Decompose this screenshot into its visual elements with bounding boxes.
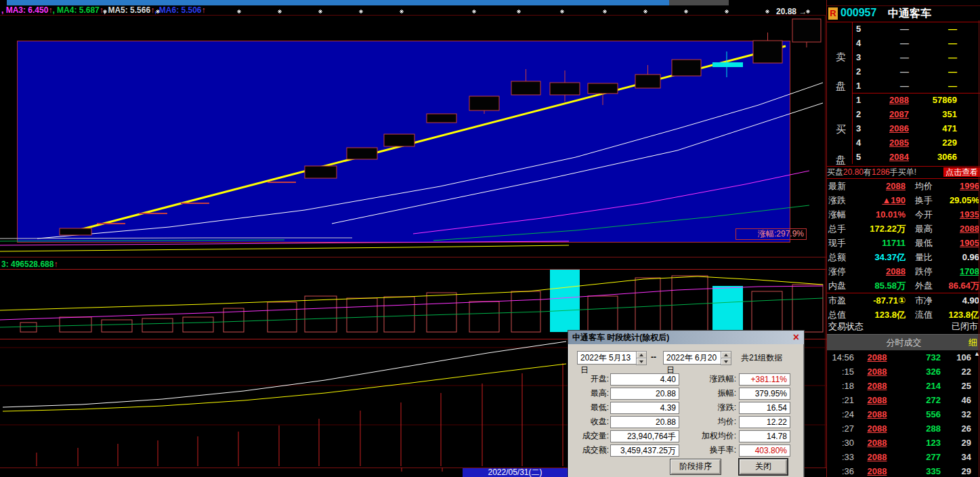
view-orders-button[interactable]: 点击查看	[943, 167, 980, 177]
sell-side-label: 盘	[836, 80, 846, 93]
tick-time: :27	[827, 421, 854, 436]
buy-price: 2088	[868, 93, 909, 107]
period-sort-button[interactable]: 阶段排序	[670, 459, 721, 475]
tick-price: 2088	[854, 450, 900, 464]
sell-price: —	[868, 64, 909, 79]
sell-row[interactable]: 3——	[853, 50, 980, 64]
tick-volume: 732	[900, 350, 941, 365]
sell-volume: —	[909, 64, 980, 79]
dialog-field-row: 涨跌幅:+381.11%	[689, 372, 790, 386]
tick-time: :15	[827, 365, 854, 379]
tick-volume: 326	[900, 365, 941, 379]
field-label: 最低:	[571, 402, 609, 413]
field-value: 403.80%	[739, 444, 790, 457]
ma-item: , MA5: 5.566	[104, 5, 150, 15]
quote-stats-extra: 涨停2088跌停1708内盘85.58万外盘86.64万市盈-87.71①市净4…	[827, 264, 980, 322]
tick-row: :30208812329	[827, 436, 980, 450]
close-button[interactable]: 关闭	[739, 459, 788, 475]
ma-item: , MA6: 5.506	[154, 5, 201, 15]
field-value: 16.54	[739, 402, 790, 414]
latest-price-label: 20.88	[776, 7, 796, 16]
dialog-field-row: 换手率:403.80%	[689, 443, 790, 457]
stat-value: 11711	[855, 236, 906, 250]
stat-label: 总手	[827, 222, 855, 236]
tick-volume: 277	[900, 450, 941, 464]
tick-volume: 335	[900, 464, 941, 477]
tick-price: 2088	[854, 393, 900, 407]
field-value: 14.78	[739, 430, 790, 442]
sell-row[interactable]: 1——	[853, 79, 980, 93]
date-to-field[interactable]: 2022年 6月20日	[663, 351, 722, 365]
date-from-field[interactable]: 2022年 5月13日	[577, 351, 637, 365]
close-icon[interactable]: ×	[793, 331, 799, 344]
level: 4	[853, 36, 868, 50]
tab-tick-trades[interactable]: 分时成交	[827, 335, 980, 350]
spinner-down-icon[interactable]	[636, 358, 647, 365]
buy-row[interactable]: 42085229	[853, 136, 980, 150]
hint-text: 20.80	[843, 167, 864, 177]
date-from-spinner[interactable]	[636, 351, 647, 365]
stat-value: -87.71①	[855, 293, 906, 308]
tick-volume: 272	[900, 393, 941, 407]
field-label: 涨跌幅:	[689, 373, 736, 385]
stat-label: 跌停	[906, 264, 947, 278]
stat-value: 85.58万	[855, 278, 906, 293]
order-book: 卖 盘 买 盘 5——4——3——2——1——12088578692208735…	[827, 22, 980, 166]
stat-value: 2088	[855, 179, 906, 193]
field-value: 3,459,437.25万	[610, 444, 679, 457]
level: 4	[853, 136, 868, 150]
level: 1	[853, 79, 868, 93]
sell-volume: —	[909, 36, 980, 50]
trading-app-window: , MA3: 6.450↑, MA4: 5.687↑, MA5: 5.566↑,…	[0, 0, 980, 477]
hint-text: 买盘	[827, 167, 843, 177]
stock-code: 000957	[840, 7, 876, 19]
dialog-field-row: 加权均价:14.78	[689, 429, 790, 443]
tick-price: 2088	[854, 464, 900, 477]
sell-row[interactable]: 4——	[853, 36, 980, 50]
tick-count: 29	[941, 464, 980, 477]
field-value: 20.88	[610, 416, 679, 428]
stat-row: 总手172.22万最高2088	[827, 222, 980, 236]
stat-value: 1905	[947, 236, 980, 250]
tick-price: 2088	[854, 379, 900, 393]
buy-price: 2087	[868, 107, 909, 121]
stat-row: 现手11711最低1905	[827, 236, 980, 250]
date-to-spinner[interactable]	[721, 351, 731, 365]
stat-value: 2088	[947, 222, 980, 236]
sell-price: —	[868, 50, 909, 64]
tick-tabbar[interactable]: 分时成交 细	[827, 334, 980, 350]
field-value: 4.39	[610, 402, 679, 414]
sell-row[interactable]: 5——	[853, 22, 980, 36]
dialog-title[interactable]: 中通客车 时段统计(除权后)	[568, 331, 804, 344]
ma-item: , MA4: 5.687	[52, 5, 99, 15]
tick-row: :27208828826	[827, 421, 980, 436]
field-value: 12.22	[739, 416, 790, 428]
buy-row[interactable]: 22087351	[853, 107, 980, 121]
tick-row: :18208821425	[827, 379, 980, 393]
buy-volume: 351	[909, 107, 980, 121]
spinner-down-icon[interactable]	[721, 358, 731, 365]
tab-detail[interactable]: 细	[968, 335, 977, 350]
sell-price: —	[868, 22, 909, 36]
buy-volume: 471	[909, 121, 980, 136]
field-value: 23,940,764手	[610, 430, 679, 442]
tick-row: 14:562088732106	[827, 350, 980, 365]
hint-text: 有	[864, 167, 872, 177]
stock-name: 中通客车	[888, 7, 931, 21]
dialog-field-row: 成交量:23,940,764手	[571, 429, 679, 443]
buy-volume: 3066	[909, 150, 980, 164]
stat-label: 现手	[827, 236, 855, 250]
buy-side-label: 买	[836, 123, 846, 136]
top-window-strip-segment	[669, 0, 729, 5]
buy-row[interactable]: 1208857869	[853, 93, 980, 107]
sell-row[interactable]: 2——	[853, 64, 980, 79]
tick-volume: 556	[900, 407, 941, 421]
stat-value: 34.37亿	[855, 250, 906, 264]
stat-row: 总额34.37亿量比0.96	[827, 250, 980, 264]
tick-price: 2088	[854, 365, 900, 379]
trade-status-row: 交易状态 已闭市	[827, 319, 980, 333]
buy-row[interactable]: 520843066	[853, 150, 980, 164]
pointer-arrow-icon: →	[798, 7, 807, 16]
buy-row[interactable]: 32086471	[853, 121, 980, 136]
quote-header: R 000957 中通客车	[827, 5, 980, 22]
